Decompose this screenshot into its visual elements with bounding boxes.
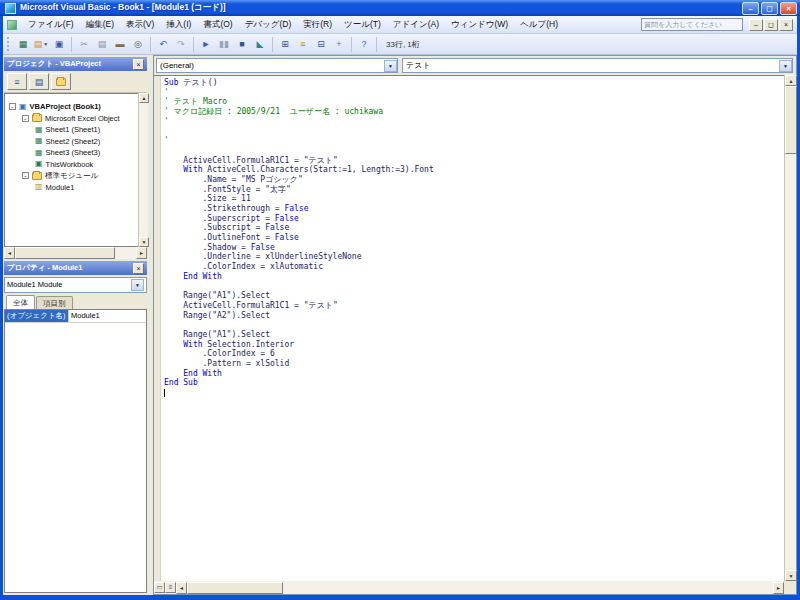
help-button[interactable]: ? [355, 36, 373, 53]
run-button[interactable]: ► [197, 36, 215, 53]
mdi-window-controls: –◻× [749, 19, 793, 31]
scroll-down-icon[interactable]: ▼ [785, 570, 797, 581]
scroll-left-icon[interactable]: ◄ [176, 582, 187, 594]
code-line: .Name = "MS Pゴシック" [164, 175, 784, 185]
code-line: .Underline = xlUnderlineStyleNone [164, 252, 784, 262]
copy-button[interactable]: ▤ [93, 36, 111, 53]
toggle-folders-button[interactable] [51, 73, 71, 90]
view-excel-button[interactable]: ▦ [14, 36, 32, 53]
scrollbar-thumb[interactable] [785, 86, 797, 154]
close-button-icon[interactable]: × [780, 2, 797, 15]
code-line: End Sub [164, 378, 784, 388]
properties-object-dropdown[interactable]: Module1 Module ▼ [4, 277, 147, 293]
menu-insert[interactable]: 挿入(I) [160, 16, 197, 33]
menu-addins[interactable]: アドイン(A) [387, 16, 445, 33]
tree-item--[interactable]: -標準モジュール [5, 170, 146, 182]
toolbox-icon: + [336, 39, 341, 49]
properties-grid: (オブジェクト名)Module1 [4, 309, 147, 593]
worksheet-icon: ▦ [35, 126, 43, 134]
menu-help[interactable]: ヘルプ(H) [514, 16, 564, 33]
menu-format[interactable]: 書式(O) [197, 16, 238, 33]
scrollbar-thumb[interactable] [15, 247, 115, 259]
project-tree-vertical-scrollbar[interactable]: ▲ ▼ [138, 93, 148, 247]
tab-alphabetic[interactable]: 全体 [6, 295, 35, 309]
view-excel-icon: ▦ [19, 39, 28, 49]
procedure-view-button[interactable]: ▭ [154, 582, 165, 593]
paste-button[interactable]: ▬ [111, 36, 129, 53]
tree-item-vbaproject-book1-[interactable]: -▣VBAProject (Book1) [5, 101, 146, 113]
object-browser-button[interactable]: ⊟ [312, 36, 330, 53]
cut-button[interactable]: ✂ [75, 36, 93, 53]
object-dropdown[interactable]: (General) ▼ [156, 58, 398, 73]
insert-userform-button[interactable]: ▤▼ [32, 36, 50, 53]
properties-panel-close-icon[interactable]: × [133, 263, 144, 274]
chevron-down-icon[interactable]: ▼ [384, 60, 397, 72]
paste-icon: ▬ [116, 39, 125, 49]
tree-item-sheet1-sheet1-[interactable]: ▦Sheet1 (Sheet1) [5, 124, 146, 136]
folder-icon [32, 114, 42, 122]
tree-item-thisworkbook[interactable]: ▣ThisWorkbook [5, 159, 146, 171]
tree-expander-icon[interactable]: - [22, 115, 29, 122]
property-value[interactable]: Module1 [69, 310, 146, 322]
scroll-right-icon[interactable]: ► [136, 247, 147, 259]
scroll-left-icon[interactable]: ◄ [4, 247, 15, 259]
properties-window-button[interactable]: ≡ [294, 36, 312, 53]
tree-item-sheet2-sheet2-[interactable]: ▦Sheet2 (Sheet2) [5, 136, 146, 148]
standard-toolbar: ▦▤▼▣✂▤▬◎↶↷►▮▮■◣⊞≡⊟+? 33行, 1桁 [3, 34, 797, 55]
scroll-up-icon[interactable]: ▲ [139, 93, 149, 103]
tree-item-module1[interactable]: ▥Module1 [5, 182, 146, 194]
property-row[interactable]: (オブジェクト名)Module1 [5, 310, 146, 323]
menu-view[interactable]: 表示(V) [120, 16, 160, 33]
toolbox-button[interactable]: + [330, 36, 348, 53]
code-vertical-scrollbar[interactable]: ▲ ▼ [784, 75, 796, 581]
reset-button[interactable]: ■ [233, 36, 251, 53]
redo-button[interactable]: ↷ [172, 36, 190, 53]
chevron-down-icon[interactable]: ▼ [131, 279, 144, 291]
margin-indicator-bar[interactable] [154, 76, 161, 581]
menu-tools[interactable]: ツール(T) [338, 16, 387, 33]
tab-categorized[interactable]: 項目別 [36, 296, 73, 309]
tree-item-sheet3-sheet3-[interactable]: ▦Sheet3 (Sheet3) [5, 147, 146, 159]
code-lines: Sub テスト()'' テスト Macro' マクロ記録日 : 2005/9/2… [164, 78, 784, 581]
code-line: ' [164, 117, 784, 127]
design-mode-button[interactable]: ◣ [251, 36, 269, 53]
menu-debug[interactable]: デバッグ(D) [239, 16, 298, 33]
toolbar-separator [351, 37, 352, 52]
text-cursor [164, 389, 165, 397]
tree-expander-icon[interactable]: - [22, 172, 29, 179]
view-code-button[interactable]: ≡ [7, 73, 27, 90]
scrollbar-thumb[interactable] [187, 582, 283, 594]
child-minimize-button-icon[interactable]: – [749, 19, 763, 31]
scroll-down-icon[interactable]: ▼ [139, 237, 149, 247]
vbe-window: Microsoft Visual Basic - Book1 - [Module… [0, 0, 800, 600]
scroll-up-icon[interactable]: ▲ [785, 75, 797, 86]
menu-edit[interactable]: 編集(E) [80, 16, 120, 33]
save-button[interactable]: ▣ [50, 36, 68, 53]
find-button[interactable]: ◎ [129, 36, 147, 53]
project-tree-horizontal-scrollbar[interactable]: ◄ ► [4, 247, 147, 259]
full-module-view-button[interactable]: ≡ [165, 582, 176, 593]
chevron-down-icon[interactable]: ▼ [43, 41, 48, 47]
chevron-down-icon[interactable]: ▼ [779, 60, 792, 72]
toolbar-grip[interactable] [7, 37, 10, 51]
design-mode-icon: ◣ [257, 39, 264, 49]
properties-panel-title: プロパティ - Module1 [7, 261, 82, 275]
scroll-right-icon[interactable]: ► [773, 582, 784, 594]
procedure-dropdown[interactable]: テスト ▼ [402, 58, 793, 73]
restore-button-icon[interactable]: ◻ [761, 2, 778, 15]
tree-expander-icon[interactable]: - [9, 103, 16, 110]
project-explorer-button[interactable]: ⊞ [276, 36, 294, 53]
menu-window[interactable]: ウィンドウ(W) [445, 16, 514, 33]
question-box[interactable]: 質問を入力してください [641, 18, 743, 31]
child-restore-button-icon[interactable]: ◻ [764, 19, 778, 31]
tree-item-microsoft-excel-object[interactable]: -Microsoft Excel Object [5, 113, 146, 125]
child-close-button-icon[interactable]: × [779, 19, 793, 31]
menu-file[interactable]: ファイル(F) [22, 16, 80, 33]
code-editor[interactable]: Sub テスト()'' テスト Macro' マクロ記録日 : 2005/9/2… [154, 75, 784, 581]
minimize-button-icon[interactable]: – [742, 2, 759, 15]
break-button[interactable]: ▮▮ [215, 36, 233, 53]
project-panel-close-icon[interactable]: × [133, 59, 144, 70]
view-object-button[interactable]: ▤ [29, 73, 49, 90]
menu-run[interactable]: 実行(R) [297, 16, 338, 33]
undo-button[interactable]: ↶ [154, 36, 172, 53]
